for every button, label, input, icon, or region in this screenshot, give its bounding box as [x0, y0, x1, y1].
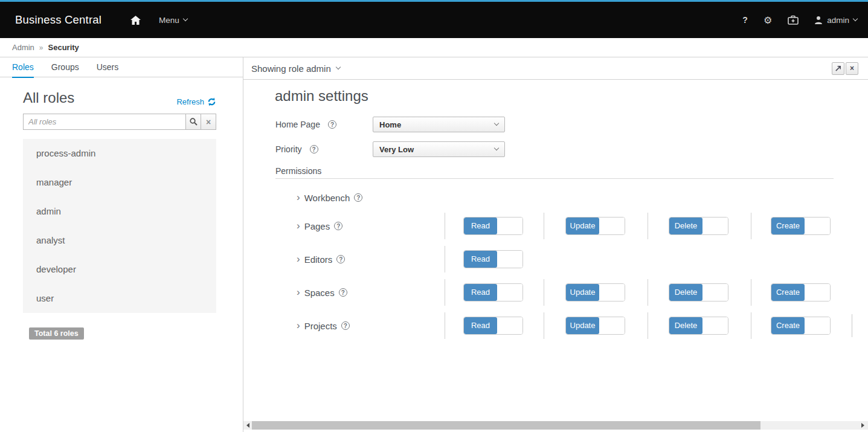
chevron-right-icon: › — [297, 287, 300, 297]
showing-role-dropdown[interactable]: Showing role admin — [251, 63, 340, 74]
content-area: Roles Groups Users All roles Refresh — [0, 57, 868, 432]
permission-toggle-update[interactable]: Update — [565, 217, 625, 235]
chevron-right-icon: › — [297, 221, 300, 231]
breadcrumb: Admin » Security — [0, 38, 868, 57]
toggle-on-label: Read — [464, 251, 497, 268]
toggle-off-area — [805, 218, 830, 234]
toolbox-nav-button[interactable] — [788, 15, 799, 25]
permission-toggle-read[interactable]: Read — [463, 283, 523, 301]
permission-toggle-create[interactable]: Create — [771, 217, 831, 235]
home-page-field-row: Home Page ? Home — [275, 117, 868, 132]
tab-users[interactable]: Users — [97, 57, 119, 77]
close-icon: × — [206, 117, 211, 127]
chevron-down-icon — [494, 146, 499, 150]
permission-expander-pages[interactable]: ›Pages? — [297, 213, 342, 239]
permission-toggle-delete[interactable]: Delete — [669, 317, 728, 335]
clear-search-button[interactable]: × — [201, 114, 216, 130]
column-divider — [648, 213, 648, 239]
role-list-item[interactable]: developer — [23, 255, 216, 284]
toggle-off-area — [599, 218, 625, 234]
help-icon[interactable]: ? — [341, 321, 350, 330]
menu-dropdown[interactable]: Menu — [159, 16, 187, 25]
help-icon[interactable]: ? — [339, 288, 347, 297]
panel-header-label: Showing role admin — [251, 63, 331, 74]
permission-toggle-delete[interactable]: Delete — [669, 217, 728, 235]
toggle-on-label: Create — [771, 317, 805, 334]
help-icon[interactable]: ? — [354, 193, 362, 202]
scrollbar-thumb[interactable] — [252, 421, 760, 430]
tab-roles[interactable]: Roles — [12, 57, 34, 77]
app-brand[interactable]: Business Central — [0, 13, 101, 27]
permission-name: Projects — [304, 321, 337, 331]
help-icon[interactable]: ? — [336, 255, 345, 263]
tab-groups[interactable]: Groups — [51, 57, 79, 77]
help-icon[interactable]: ? — [310, 145, 318, 153]
toggle-off-area — [497, 251, 522, 268]
role-search-input[interactable] — [23, 114, 186, 130]
role-search-group: × — [23, 114, 216, 130]
search-button[interactable] — [185, 114, 201, 130]
toggle-on-label: Update — [566, 218, 599, 234]
home-nav-button[interactable] — [130, 16, 141, 25]
column-divider — [648, 312, 648, 339]
role-list-item[interactable]: user — [23, 284, 216, 313]
toggle-off-area — [497, 317, 522, 334]
role-list-item[interactable]: analyst — [23, 226, 216, 255]
role-list-item[interactable]: process-admin — [23, 139, 216, 168]
column-divider — [751, 213, 751, 239]
permission-toggle-read[interactable]: Read — [463, 217, 523, 235]
toggle-off-area — [702, 284, 728, 301]
permission-expander-spaces[interactable]: ›Spaces? — [297, 279, 347, 306]
top-navbar: Business Central Menu ? ⚙ — [0, 0, 868, 38]
permission-toggle-read[interactable]: Read — [463, 317, 523, 335]
close-icon: × — [850, 64, 854, 73]
role-list-item[interactable]: admin — [23, 197, 216, 226]
security-sidebar: Roles Groups Users All roles Refresh — [0, 57, 243, 432]
help-icon[interactable]: ? — [334, 222, 342, 230]
breadcrumb-admin[interactable]: Admin — [12, 43, 34, 52]
sidebar-body: All roles Refresh — [0, 89, 243, 340]
left-triangle-icon — [244, 423, 249, 428]
toggle-on-label: Delete — [669, 218, 702, 234]
home-page-select[interactable]: Home — [373, 117, 505, 132]
user-menu[interactable]: admin — [814, 16, 857, 25]
close-panel-button[interactable]: × — [846, 62, 858, 75]
gear-icon: ⚙ — [764, 15, 772, 26]
permission-toggle-update[interactable]: Update — [565, 317, 625, 335]
help-icon[interactable]: ? — [328, 120, 336, 129]
select-value: Very Low — [379, 145, 414, 154]
settings-nav-button[interactable]: ⚙ — [764, 15, 772, 26]
permission-toggle-create[interactable]: Create — [771, 283, 831, 301]
breadcrumb-security: Security — [48, 43, 79, 52]
permission-expander-projects[interactable]: ›Projects? — [297, 312, 350, 339]
permission-row: ›Projects?ReadUpdateDeleteCreate — [243, 312, 868, 339]
permission-toggle-delete[interactable]: Delete — [669, 283, 728, 301]
panel-controls: × — [832, 62, 858, 75]
permission-toggle-read[interactable]: Read — [463, 250, 523, 268]
user-label: admin — [827, 16, 849, 25]
scroll-right-arrow[interactable] — [859, 421, 867, 430]
refresh-button[interactable]: Refresh — [176, 97, 216, 106]
permission-expander-editors[interactable]: ›Editors? — [297, 246, 345, 272]
column-divider — [852, 314, 852, 337]
navbar-left: Business Central Menu — [0, 13, 187, 27]
permission-toggle-create[interactable]: Create — [771, 317, 831, 335]
priority-select[interactable]: Very Low — [373, 141, 505, 157]
total-roles-badge: Total 6 roles — [29, 327, 84, 340]
role-list-item[interactable]: manager — [23, 168, 216, 197]
column-divider — [751, 279, 751, 306]
navbar-right: ? ⚙ admin — [742, 15, 868, 26]
scroll-left-arrow[interactable] — [243, 421, 252, 430]
sidebar-title: All roles — [23, 89, 74, 106]
app-root: Business Central Menu ? ⚙ — [0, 0, 868, 432]
expand-panel-button[interactable] — [832, 62, 844, 75]
column-divider — [445, 279, 445, 306]
column-divider — [544, 213, 544, 239]
toggle-on-label: Read — [464, 284, 497, 301]
permission-name: Editors — [304, 254, 333, 265]
permission-expander-workbench[interactable]: ›Workbench? — [297, 184, 362, 211]
permission-toggle-update[interactable]: Update — [565, 283, 625, 301]
chevron-right-icon: › — [297, 254, 300, 264]
help-nav-button[interactable]: ? — [742, 15, 748, 25]
question-glyph: ? — [312, 146, 316, 153]
